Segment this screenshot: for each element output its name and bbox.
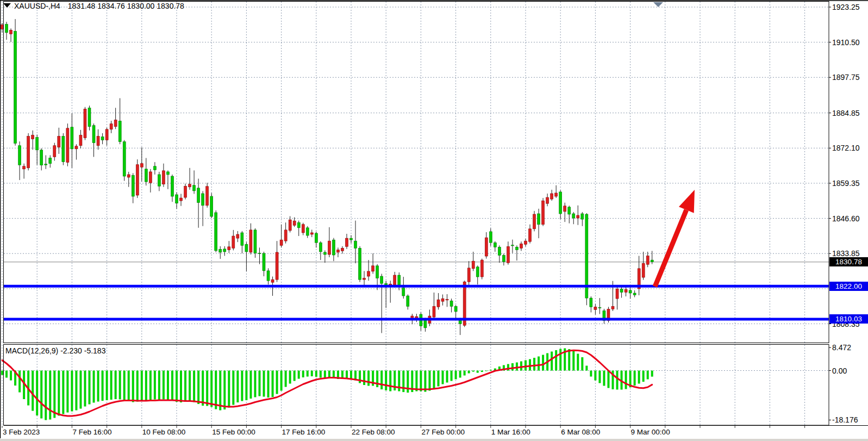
time-axis-label: 1 Mar 16:00 xyxy=(491,428,530,436)
candle-body xyxy=(71,127,73,149)
candle-body xyxy=(84,109,86,138)
candle-body xyxy=(398,275,401,286)
candle-body xyxy=(380,276,383,283)
candle-body xyxy=(489,232,492,243)
macd-axis-label: -18.176 xyxy=(832,415,858,424)
candle-body xyxy=(5,24,8,33)
candle-body xyxy=(323,252,326,254)
candle-body xyxy=(75,146,78,149)
window-bottom-strip xyxy=(0,439,868,441)
candle-body xyxy=(49,158,52,164)
candle-body xyxy=(210,196,213,216)
candle-body xyxy=(341,248,344,251)
level-badge-1810[interactable]: 1810.03 xyxy=(829,314,868,324)
candle-body xyxy=(633,293,636,295)
candle-body xyxy=(132,176,134,197)
candle-body xyxy=(524,241,527,244)
candle-body xyxy=(171,176,173,196)
candle-body xyxy=(467,268,470,282)
level-badge-1822[interactable]: 1822.00 xyxy=(829,282,868,291)
current-price-badge: 1830.78 xyxy=(829,257,868,266)
time-axis-label: 6 Mar 08:00 xyxy=(561,428,600,436)
candle-body xyxy=(367,271,370,276)
candle-body xyxy=(476,267,479,277)
candle-body xyxy=(363,278,366,280)
time-axis-label: 10 Feb 08:00 xyxy=(142,428,186,436)
candle-body xyxy=(176,195,178,203)
price-axis-label: 1884.85 xyxy=(832,109,860,117)
candle-body xyxy=(92,126,95,143)
candle-body xyxy=(1,25,4,29)
ohlc-values-label: 1831.48 1834.76 1830.00 1830.78 xyxy=(68,2,184,10)
candle-body xyxy=(568,207,571,214)
candle-body xyxy=(372,266,374,271)
chart-canvas[interactable] xyxy=(0,0,868,441)
candle-body xyxy=(79,135,82,145)
candle-body xyxy=(625,289,627,292)
candle-body xyxy=(249,230,252,252)
candle-body xyxy=(315,233,317,243)
candle-body xyxy=(289,220,291,231)
candle-body xyxy=(472,261,474,269)
candle-body xyxy=(651,260,653,262)
time-axis-label: 7 Feb 16:00 xyxy=(72,428,111,436)
macd-indicator-label: MACD(12,26,9) -2.230 -5.183 xyxy=(5,346,105,355)
forecast-arrow-head[interactable] xyxy=(679,190,695,213)
candle-body xyxy=(223,249,226,252)
candle-body xyxy=(559,192,562,214)
candle-body xyxy=(263,253,265,271)
candle-body xyxy=(162,171,165,184)
candle-body xyxy=(598,307,601,308)
price-axis-label: 1872.10 xyxy=(832,144,860,152)
forecast-arrow-shaft[interactable] xyxy=(655,210,686,287)
candle-body xyxy=(345,238,348,246)
candle-body xyxy=(184,186,187,197)
candle-body xyxy=(515,247,518,250)
candle-body xyxy=(611,306,614,309)
candle-body xyxy=(319,243,322,252)
candle-body xyxy=(297,222,300,228)
symbol-dropdown-icon[interactable] xyxy=(3,3,11,8)
candle-body xyxy=(258,253,261,253)
candle-body xyxy=(145,169,147,182)
chart-title: XAUUSD-,H4 1831.48 1834.76 1830.00 1830.… xyxy=(14,2,184,10)
time-axis-label: 27 Feb 00:00 xyxy=(421,428,465,436)
candle-body xyxy=(58,136,60,147)
candle-body xyxy=(572,214,575,218)
price-axis-label: 1923.25 xyxy=(832,3,860,11)
candle-body xyxy=(193,185,196,191)
chart-shift-marker-icon[interactable] xyxy=(653,2,663,7)
candle-body xyxy=(402,288,405,296)
macd-signal-line xyxy=(2,350,652,416)
price-axis-label: 1897.75 xyxy=(832,73,860,82)
candle-body xyxy=(88,108,91,126)
candle-body xyxy=(507,246,509,263)
candle-body xyxy=(590,298,592,307)
candle-body xyxy=(594,307,597,309)
candle-body xyxy=(446,300,448,300)
candle-body xyxy=(166,172,169,175)
price-axis-label: 1846.60 xyxy=(832,214,860,223)
candle-body xyxy=(110,124,113,129)
candle-body xyxy=(101,137,104,140)
candle-body xyxy=(153,166,156,170)
candle-body xyxy=(529,229,532,241)
candle-body xyxy=(53,146,56,157)
candle-body xyxy=(354,241,357,248)
price-axis-label: 1859.35 xyxy=(832,179,860,188)
candle-body xyxy=(241,233,243,245)
price-panel-border xyxy=(4,2,829,343)
candle-body xyxy=(350,238,353,240)
candle-body xyxy=(480,260,483,277)
candle-body xyxy=(437,300,440,307)
candle-body xyxy=(302,225,304,233)
candle-body xyxy=(10,30,13,34)
candle-body xyxy=(328,241,330,254)
candle-body xyxy=(520,244,522,248)
candle-body xyxy=(18,146,21,165)
symbol-period-label: XAUUSD-,H4 xyxy=(14,2,60,10)
price-axis-label: 1910.50 xyxy=(832,38,860,47)
candle-body xyxy=(27,136,30,168)
candle-body xyxy=(424,320,427,328)
candle-body xyxy=(202,194,204,206)
